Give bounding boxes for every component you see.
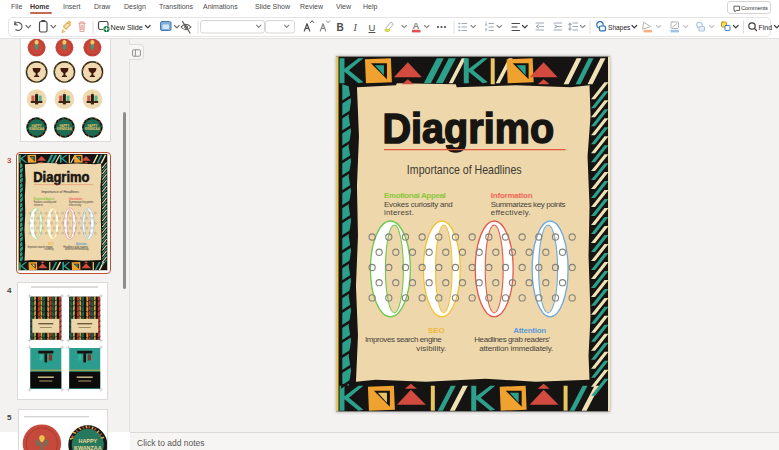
svg-text:A: A <box>413 20 420 31</box>
svg-text:KWANZAA: KWANZAA <box>29 127 45 131</box>
svg-text:KWANZAA: KWANZAA <box>57 127 73 131</box>
svg-text:B: B <box>337 22 344 33</box>
svg-text:KWANZAA: KWANZAA <box>74 445 102 450</box>
svg-text:U: U <box>369 22 376 33</box>
svg-text:Find: Find <box>759 24 773 31</box>
svg-text:I: I <box>353 22 358 33</box>
svg-text:HAPPY: HAPPY <box>79 438 98 444</box>
svg-text:New Slide: New Slide <box>111 23 143 32</box>
svg-text:Shapes: Shapes <box>608 24 631 32</box>
svg-text:KWANZAA: KWANZAA <box>85 127 101 131</box>
